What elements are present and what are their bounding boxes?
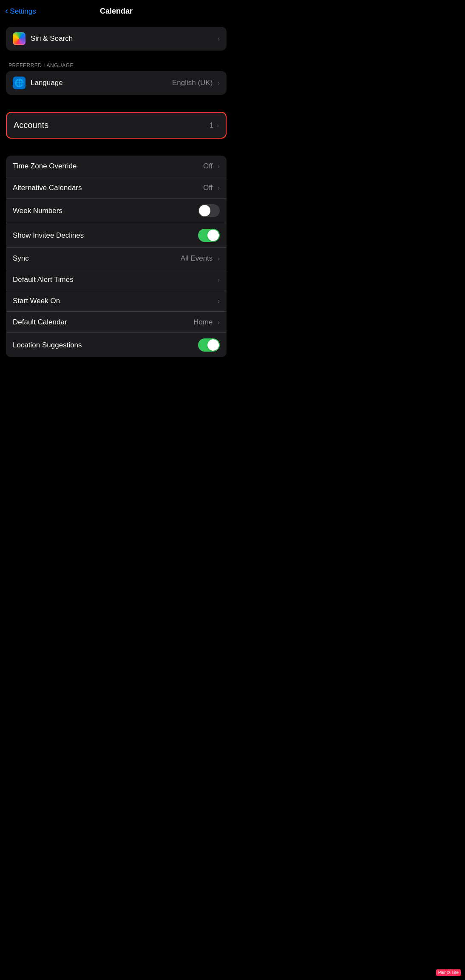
time-zone-override-value: Off: [203, 162, 213, 170]
alternative-calendars-content: Alternative Calendars Off ›: [13, 184, 220, 192]
language-item[interactable]: 🌐 Language English (UK) ›: [6, 71, 227, 95]
show-invitee-declines-item[interactable]: Show Invitee Declines: [6, 223, 227, 247]
back-button[interactable]: ‹ Settings: [5, 7, 36, 16]
siri-chevron-icon: ›: [218, 36, 220, 42]
default-alert-times-label: Default Alert Times: [13, 276, 74, 284]
sync-content: Sync All Events ›: [13, 254, 220, 263]
location-suggestions-content: Location Suggestions: [13, 338, 220, 352]
default-alert-times-chevron-icon: ›: [218, 277, 220, 283]
siri-list-group: Siri & Search ›: [6, 27, 227, 51]
alternative-calendars-chevron-icon: ›: [218, 185, 220, 191]
week-numbers-label: Week Numbers: [13, 207, 62, 215]
start-week-on-content: Start Week On ›: [13, 297, 220, 305]
time-zone-override-item[interactable]: Time Zone Override Off ›: [6, 156, 227, 177]
back-chevron-icon: ‹: [5, 6, 8, 16]
week-numbers-content: Week Numbers: [13, 204, 220, 217]
sync-item[interactable]: Sync All Events ›: [6, 247, 227, 269]
default-calendar-chevron-icon: ›: [218, 319, 220, 325]
language-list-group: 🌐 Language English (UK) ›: [6, 71, 227, 95]
time-zone-override-content: Time Zone Override Off ›: [13, 162, 220, 170]
week-numbers-toggle-thumb: [199, 205, 210, 216]
language-item-content: Language English (UK) ›: [31, 79, 220, 87]
default-calendar-value: Home: [193, 318, 213, 327]
siri-search-item[interactable]: Siri & Search ›: [6, 27, 227, 51]
week-numbers-item[interactable]: Week Numbers: [6, 198, 227, 223]
language-chevron-icon: ›: [218, 80, 220, 86]
start-week-on-label: Start Week On: [13, 297, 60, 305]
location-suggestions-label: Location Suggestions: [13, 341, 82, 349]
sync-chevron-icon: ›: [218, 256, 220, 261]
show-invitee-declines-content: Show Invitee Declines: [13, 229, 220, 242]
preferred-language-section-label: PREFERRED LANGUAGE: [6, 62, 227, 71]
back-label: Settings: [10, 7, 36, 16]
siri-icon: [13, 32, 26, 45]
accounts-right: 1 ›: [210, 121, 219, 130]
alternative-calendars-label: Alternative Calendars: [13, 184, 82, 192]
show-invitee-declines-toggle[interactable]: [198, 229, 220, 242]
start-week-on-item[interactable]: Start Week On ›: [6, 290, 227, 311]
alternative-calendars-value: Off: [203, 184, 213, 192]
accounts-label: Accounts: [14, 120, 48, 130]
show-invitee-declines-toggle-thumb: [207, 230, 219, 241]
location-suggestions-toggle-thumb: [207, 339, 219, 351]
preferred-language-section: PREFERRED LANGUAGE 🌐 Language English (U…: [6, 62, 227, 95]
default-calendar-item[interactable]: Default Calendar Home ›: [6, 311, 227, 332]
language-value: English (UK): [172, 79, 213, 87]
show-invitee-declines-label: Show Invitee Declines: [13, 231, 84, 240]
location-suggestions-toggle[interactable]: [198, 338, 220, 352]
siri-section: Siri & Search ›: [6, 27, 227, 51]
sync-label: Sync: [13, 254, 29, 263]
default-alert-times-item[interactable]: Default Alert Times ›: [6, 269, 227, 290]
globe-icon: 🌐: [13, 77, 26, 89]
start-week-on-chevron-icon: ›: [218, 298, 220, 304]
sync-value: All Events: [181, 254, 213, 263]
settings-list-group: Time Zone Override Off › Alternative Cal…: [6, 156, 227, 357]
accounts-section: Accounts 1 ›: [6, 112, 227, 139]
time-zone-override-label: Time Zone Override: [13, 162, 77, 170]
accounts-chevron-icon: ›: [217, 122, 219, 128]
siri-item-content: Siri & Search ›: [31, 34, 220, 43]
accounts-item[interactable]: Accounts 1 ›: [6, 112, 227, 139]
default-alert-times-content: Default Alert Times ›: [13, 276, 220, 284]
location-suggestions-item[interactable]: Location Suggestions: [6, 332, 227, 357]
time-zone-override-chevron-icon: ›: [218, 163, 220, 169]
week-numbers-toggle[interactable]: [198, 204, 220, 217]
default-calendar-label: Default Calendar: [13, 318, 67, 327]
settings-section: Time Zone Override Off › Alternative Cal…: [6, 156, 227, 357]
siri-label: Siri & Search: [31, 34, 73, 43]
accounts-value: 1: [210, 121, 213, 130]
header: ‹ Settings Calendar: [0, 0, 232, 23]
page-title: Calendar: [100, 7, 133, 16]
default-calendar-content: Default Calendar Home ›: [13, 318, 220, 327]
language-label: Language: [31, 79, 63, 87]
alternative-calendars-item[interactable]: Alternative Calendars Off ›: [6, 177, 227, 198]
